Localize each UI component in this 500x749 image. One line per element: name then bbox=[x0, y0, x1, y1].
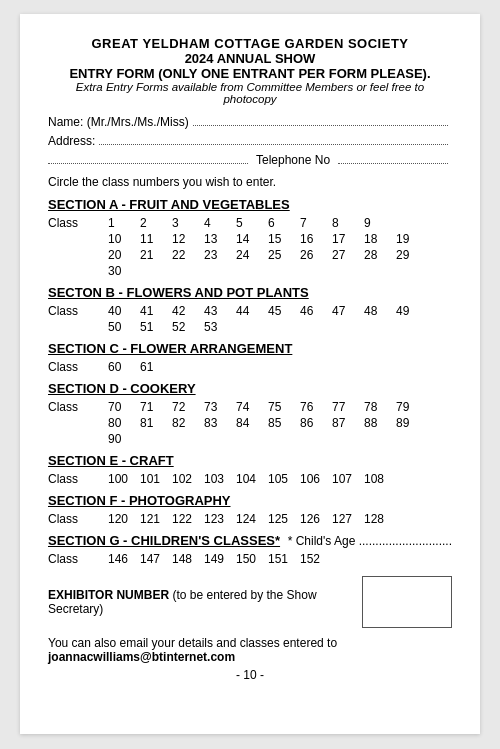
section-d-title: SECTION D - COOKERY bbox=[48, 381, 452, 396]
section-b-title: SECTON B - FLOWERS AND POT PLANTS bbox=[48, 285, 452, 300]
address-dotted-line bbox=[99, 144, 448, 145]
class-numbers-a-2: 10111213141516171819 bbox=[108, 232, 428, 246]
section-d-row-1: Class 70717273747576777879 bbox=[48, 400, 452, 414]
section-a-row-1: Class 123456789 bbox=[48, 216, 452, 230]
section-g-header-row: SECTION G - CHILDREN'S CLASSES* * Child'… bbox=[48, 533, 452, 548]
class-label-g: Class bbox=[48, 552, 108, 566]
section-f-row-1: Class 120121122123124125126127128 bbox=[48, 512, 452, 526]
class-label-d: Class bbox=[48, 400, 108, 414]
footer-page: - 10 - bbox=[48, 668, 452, 682]
sections-container: SECTION A - FRUIT AND VEGETABLES Class 1… bbox=[48, 197, 452, 526]
header-line1: GREAT YELDHAM COTTAGE GARDEN SOCIETY bbox=[48, 36, 452, 51]
class-numbers-a-4: 30 bbox=[108, 264, 140, 278]
tel-field-row: Telephone No bbox=[48, 153, 452, 167]
entry-form: GREAT YELDHAM COTTAGE GARDEN SOCIETY 202… bbox=[20, 14, 480, 734]
address-field-row: Address: bbox=[48, 134, 452, 148]
class-numbers-c-1: 6061 bbox=[108, 360, 172, 374]
header-line3: ENTRY FORM (ONLY ONE ENTRANT PER FORM PL… bbox=[48, 66, 452, 81]
class-numbers-d-3: 90 bbox=[108, 432, 140, 446]
section-e-title: SECTION E - CRAFT bbox=[48, 453, 452, 468]
section-a-row-2: 10111213141516171819 bbox=[48, 232, 452, 246]
name-field-row: Name: (Mr./Mrs./Ms./Miss) bbox=[48, 115, 452, 129]
class-label-a: Class bbox=[48, 216, 108, 230]
section-e-row-1: Class 100101102103104105106107108 bbox=[48, 472, 452, 486]
class-numbers-d-1: 70717273747576777879 bbox=[108, 400, 428, 414]
class-numbers-a-1: 123456789 bbox=[108, 216, 396, 230]
exhibitor-box[interactable] bbox=[362, 576, 452, 628]
exhibitor-label-bold: EXHIBITOR NUMBER bbox=[48, 588, 169, 602]
section-a-row-3: 20212223242526272829 bbox=[48, 248, 452, 262]
exhibitor-row: EXHIBITOR NUMBER (to be entered by the S… bbox=[48, 576, 452, 628]
circle-instruction: Circle the class numbers you wish to ent… bbox=[48, 175, 452, 189]
class-numbers-b-1: 40414243444546474849 bbox=[108, 304, 428, 318]
address-cont-dotted bbox=[48, 163, 248, 164]
class-numbers-d-2: 80818283848586878889 bbox=[108, 416, 428, 430]
section-a-row-4: 30 bbox=[48, 264, 452, 278]
telephone-label: Telephone No bbox=[256, 153, 330, 167]
class-numbers-f-1: 120121122123124125126127128 bbox=[108, 512, 396, 526]
name-label: Name: (Mr./Mrs./Ms./Miss) bbox=[48, 115, 189, 129]
address-label: Address: bbox=[48, 134, 95, 148]
class-numbers-e-1: 100101102103104105106107108 bbox=[108, 472, 396, 486]
section-f-title: SECTION F - PHOTOGRAPHY bbox=[48, 493, 452, 508]
childs-age-label: * Child's Age ..........................… bbox=[288, 534, 452, 548]
class-label-f: Class bbox=[48, 512, 108, 526]
name-dotted-line bbox=[193, 125, 448, 126]
class-label-b: Class bbox=[48, 304, 108, 318]
section-g-title: SECTION G - CHILDREN'S CLASSES* bbox=[48, 533, 280, 548]
section-d-row-2: 80818283848586878889 bbox=[48, 416, 452, 430]
section-g-row-1: Class 146147148149150151152 bbox=[48, 552, 452, 566]
header-line4: Extra Entry Forms available from Committ… bbox=[48, 81, 452, 105]
form-header: GREAT YELDHAM COTTAGE GARDEN SOCIETY 202… bbox=[48, 36, 452, 105]
section-c-row-1: Class 6061 bbox=[48, 360, 452, 374]
footer-email-text: You can also email your details and clas… bbox=[48, 636, 337, 650]
section-d-row-3: 90 bbox=[48, 432, 452, 446]
telephone-dotted-line bbox=[338, 163, 448, 164]
class-label-e: Class bbox=[48, 472, 108, 486]
footer-email: You can also email your details and clas… bbox=[48, 636, 452, 664]
section-c-title: SECTION C - FLOWER ARRANGEMENT bbox=[48, 341, 452, 356]
section-a-title: SECTION A - FRUIT AND VEGETABLES bbox=[48, 197, 452, 212]
section-b-row-1: Class 40414243444546474849 bbox=[48, 304, 452, 318]
section-b-row-2: 50515253 bbox=[48, 320, 452, 334]
exhibitor-label: EXHIBITOR NUMBER (to be entered by the S… bbox=[48, 588, 348, 616]
class-label-c: Class bbox=[48, 360, 108, 374]
footer-email-address: joannacwilliams@btinternet.com bbox=[48, 650, 235, 664]
class-numbers-g-1: 146147148149150151152 bbox=[108, 552, 332, 566]
class-numbers-b-2: 50515253 bbox=[108, 320, 236, 334]
class-numbers-a-3: 20212223242526272829 bbox=[108, 248, 428, 262]
header-line2: 2024 ANNUAL SHOW bbox=[48, 51, 452, 66]
